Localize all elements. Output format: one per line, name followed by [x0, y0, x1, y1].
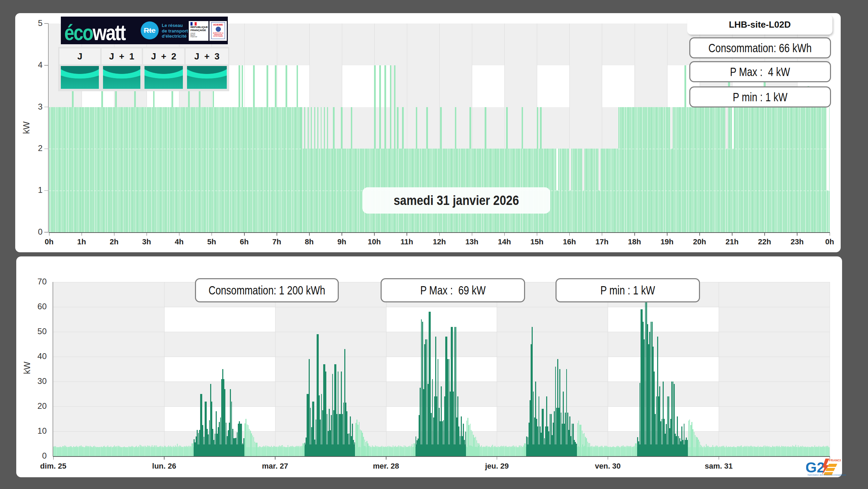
svg-text:FRANCE: FRANCE [829, 459, 841, 462]
svg-text:G2: G2 [806, 459, 825, 476]
